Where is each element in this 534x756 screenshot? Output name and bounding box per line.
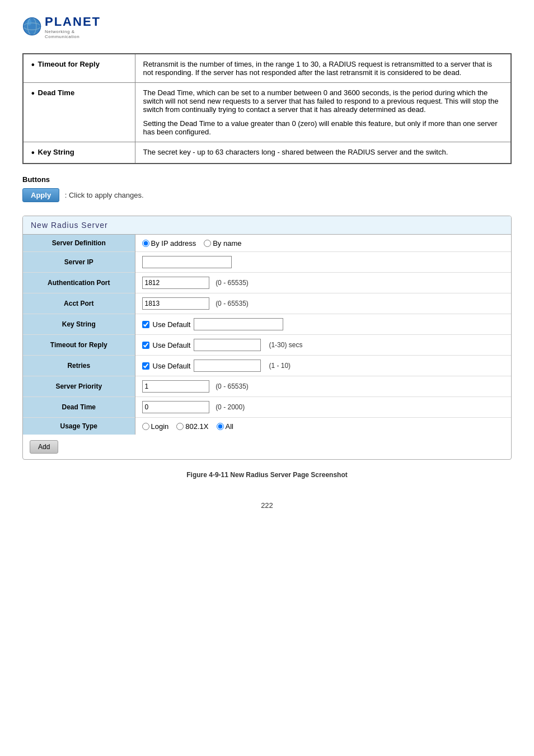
table-row-keystring: • Key String The secret key - up to 63 c…	[23, 142, 511, 164]
timeout-reply-use-default-label: Use Default	[153, 341, 191, 349]
label-server-definition: Server Definition	[23, 235, 135, 252]
keystring-label-cell: • Key String	[23, 142, 135, 164]
description-table: • Timeout for Reply Retransmit is the nu…	[22, 53, 512, 164]
dead-time-input[interactable]	[142, 401, 209, 413]
timeout-label: Timeout for Reply	[38, 60, 100, 68]
retries-use-default-label: Use Default	[153, 362, 191, 370]
radio-by-ip-label[interactable]: By IP address	[142, 239, 196, 248]
row-server-ip: Server IP	[23, 252, 511, 273]
radio-all-label[interactable]: All	[217, 422, 233, 431]
bullet-dot-2: •	[31, 89, 35, 98]
logo-planet-name: PLANET	[45, 15, 101, 29]
logo-box: PLANET Networking & Communication	[22, 11, 101, 42]
bullet-dot: •	[31, 60, 35, 69]
keystring-label: Key String	[38, 148, 74, 156]
apply-button[interactable]: Apply	[22, 188, 59, 202]
figure-caption-text: Figure 4-9-11 New Radius Server Page Scr…	[186, 471, 347, 479]
label-timeout-reply: Timeout for Reply	[23, 335, 135, 356]
new-radius-server-panel: New Radius Server Server Definition By I…	[22, 216, 512, 460]
retries-group: Use Default (1 - 10)	[142, 360, 505, 372]
table-row-timeout: • Timeout for Reply Retransmit is the nu…	[23, 54, 511, 83]
radio-login[interactable]	[142, 423, 149, 430]
label-dead-time: Dead Time	[23, 397, 135, 418]
row-usage-type: Usage Type Login 802.1X All	[23, 418, 511, 435]
key-string-use-default-checkbox[interactable]	[142, 321, 149, 328]
apply-row: Apply : Click to apply changes.	[22, 188, 512, 202]
apply-note: : Click to apply changes.	[65, 191, 144, 199]
label-auth-port: Authentication Port	[23, 273, 135, 293]
panel-title: New Radius Server	[23, 216, 511, 235]
value-auth-port: (0 - 65535)	[135, 273, 511, 293]
retries-use-default-checkbox[interactable]	[142, 362, 149, 370]
timeout-reply-range: (1-30) secs	[269, 341, 302, 349]
add-button[interactable]: Add	[30, 440, 58, 454]
row-auth-port: Authentication Port (0 - 65535)	[23, 273, 511, 293]
radio-all[interactable]	[217, 423, 224, 430]
value-server-priority: (0 - 65535)	[135, 376, 511, 397]
server-ip-input[interactable]	[142, 256, 232, 268]
value-server-ip	[135, 252, 511, 273]
timeout-reply-use-default-checkbox[interactable]	[142, 342, 149, 349]
key-string-group: Use Default	[142, 318, 505, 330]
value-timeout-reply: Use Default (1-30) secs	[135, 335, 511, 356]
row-acct-port: Acct Port (0 - 65535)	[23, 293, 511, 314]
acct-port-input[interactable]	[142, 297, 209, 310]
label-retries: Retries	[23, 356, 135, 376]
usage-type-radios: Login 802.1X All	[142, 422, 505, 431]
logo-subtitle: Networking & Communication	[45, 29, 101, 39]
form-table: Server Definition By IP address By name …	[23, 235, 511, 435]
radio-by-ip[interactable]	[142, 240, 149, 247]
value-usage-type: Login 802.1X All	[135, 418, 511, 435]
timeout-reply-input[interactable]	[194, 339, 261, 351]
buttons-section: Buttons Apply : Click to apply changes.	[22, 175, 512, 202]
buttons-title: Buttons	[22, 175, 512, 184]
row-server-priority: Server Priority (0 - 65535)	[23, 376, 511, 397]
timeout-label-cell: • Timeout for Reply	[23, 54, 135, 83]
table-row-deadtime: • Dead Time The Dead Time, which can be …	[23, 83, 511, 142]
server-priority-range: (0 - 65535)	[216, 382, 249, 390]
logo-area: PLANET Networking & Communication	[22, 11, 512, 42]
radio-by-name[interactable]	[204, 240, 211, 247]
value-dead-time: (0 - 2000)	[135, 397, 511, 418]
value-acct-port: (0 - 65535)	[135, 293, 511, 314]
row-server-definition: Server Definition By IP address By name	[23, 235, 511, 252]
label-key-string: Key String	[23, 314, 135, 335]
add-button-row: Add	[23, 435, 511, 459]
row-key-string: Key String Use Default	[23, 314, 511, 335]
timeout-content: Retransmit is the number of times, in th…	[135, 54, 511, 83]
server-priority-input[interactable]	[142, 380, 209, 393]
label-server-priority: Server Priority	[23, 376, 135, 397]
timeout-reply-group: Use Default (1-30) secs	[142, 339, 505, 351]
radio-login-label[interactable]: Login	[142, 422, 169, 431]
deadtime-label: Dead Time	[38, 88, 75, 97]
row-dead-time: Dead Time (0 - 2000)	[23, 397, 511, 418]
retries-input[interactable]	[194, 360, 261, 372]
value-key-string: Use Default	[135, 314, 511, 335]
logo-text: PLANET Networking & Communication	[45, 15, 101, 39]
figure-caption: Figure 4-9-11 New Radius Server Page Scr…	[22, 471, 512, 479]
retries-range: (1 - 10)	[269, 362, 291, 370]
label-usage-type: Usage Type	[23, 418, 135, 435]
auth-port-input[interactable]	[142, 277, 209, 289]
row-retries: Retries Use Default (1 - 10)	[23, 356, 511, 376]
label-acct-port: Acct Port	[23, 293, 135, 314]
radio-8021x-label[interactable]: 802.1X	[176, 422, 208, 431]
value-retries: Use Default (1 - 10)	[135, 356, 511, 376]
planet-logo-icon	[22, 14, 42, 39]
key-string-input[interactable]	[194, 318, 283, 330]
svg-point-4	[27, 20, 32, 26]
row-timeout-reply: Timeout for Reply Use Default (1-30) sec…	[23, 335, 511, 356]
deadtime-content: The Dead Time, which can be set to a num…	[135, 83, 511, 142]
server-definition-radios: By IP address By name	[142, 239, 505, 248]
dead-time-range: (0 - 2000)	[216, 403, 245, 411]
radio-by-name-label[interactable]: By name	[204, 239, 241, 248]
value-server-definition: By IP address By name	[135, 235, 511, 252]
deadtime-label-cell: • Dead Time	[23, 83, 135, 142]
radio-8021x[interactable]	[176, 423, 184, 430]
label-server-ip: Server IP	[23, 252, 135, 273]
page-number: 222	[22, 501, 512, 510]
keystring-content: The secret key - up to 63 characters lon…	[135, 142, 511, 164]
auth-port-range: (0 - 65535)	[216, 279, 249, 287]
bullet-dot-3: •	[31, 148, 35, 157]
acct-port-range: (0 - 65535)	[216, 300, 249, 307]
